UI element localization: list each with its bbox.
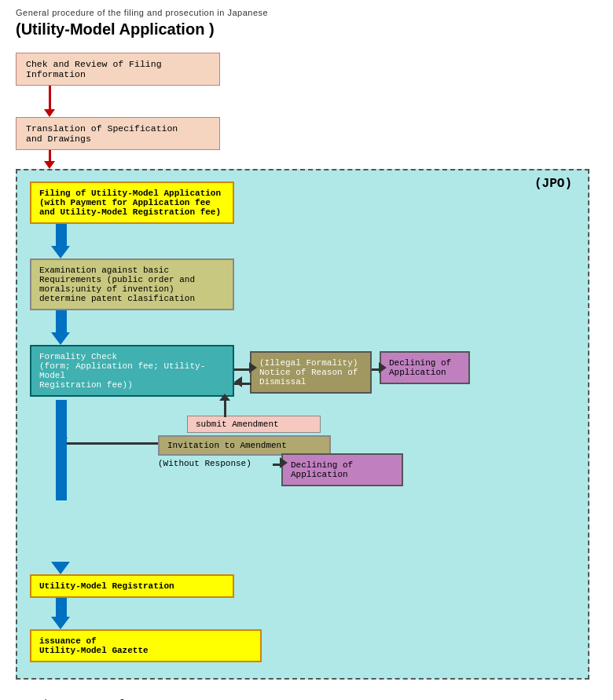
gazette-box: issuance of Utility-Model Gazette xyxy=(30,629,262,662)
red-arrow-1 xyxy=(49,86,51,109)
declining-box-2: Declining of Application xyxy=(281,453,403,486)
illegal-box: (Illegal Formality) Notice of Reason of … xyxy=(250,351,372,394)
arrow-invitation-line xyxy=(64,442,158,445)
arrow-up-amendment xyxy=(224,398,226,417)
filing-box: Filing of Utility-Model Application (wit… xyxy=(30,181,234,224)
subtitle: General procedure of the filing and pros… xyxy=(16,8,597,17)
blue-bar-formality xyxy=(56,400,67,414)
declining-box-1: Declining of Application xyxy=(380,351,470,384)
blue-bar-4 xyxy=(56,598,67,617)
jpo-container: (JPO) Filing of Utility-Model Applicatio… xyxy=(16,169,589,680)
red-arrowhead-1 xyxy=(44,109,55,117)
registration-box: Utility-Model Registration xyxy=(30,574,234,598)
blue-arrowhead-2 xyxy=(51,332,70,345)
blue-arrowhead-1 xyxy=(51,246,70,258)
blue-bar-1 xyxy=(56,224,67,246)
jpo-label: (JPO) xyxy=(534,177,572,191)
blue-arrowhead-4 xyxy=(51,617,70,629)
formality-box: Formality Check (form; Application fee; … xyxy=(30,345,234,397)
translation-text: Translation of Specificationand Drawings xyxy=(26,123,178,144)
main-title: (Utility-Model Application ) xyxy=(16,20,597,38)
blue-bar-2 xyxy=(56,310,67,332)
duration-section: Duration: 10 years from the filing date xyxy=(16,680,597,700)
arrowhead-to-declining xyxy=(379,362,387,373)
formality-section: Formality Check (form; Application fee; … xyxy=(30,345,575,562)
arrowhead-to-illegal xyxy=(249,362,257,373)
arrowhead-back xyxy=(234,376,242,387)
blue-bar-long xyxy=(56,414,67,500)
blue-arrowhead-3 xyxy=(51,562,70,574)
exam-box: Examination against basic Requirements (… xyxy=(30,258,234,310)
page-container: General procedure of the filing and pros… xyxy=(0,0,613,700)
without-response-text: (Without Response) xyxy=(158,459,251,468)
red-arrow-2 xyxy=(49,150,51,161)
arrowhead-up-amendment xyxy=(219,394,230,401)
translation-box: Translation of Specificationand Drawings xyxy=(16,117,220,150)
amendment-box: submit Amendment xyxy=(187,416,321,433)
check-review-box: Chek and Review of Filing Information xyxy=(16,53,220,86)
red-arrowhead-2 xyxy=(44,161,55,169)
arrowhead-declining2 xyxy=(280,457,288,468)
